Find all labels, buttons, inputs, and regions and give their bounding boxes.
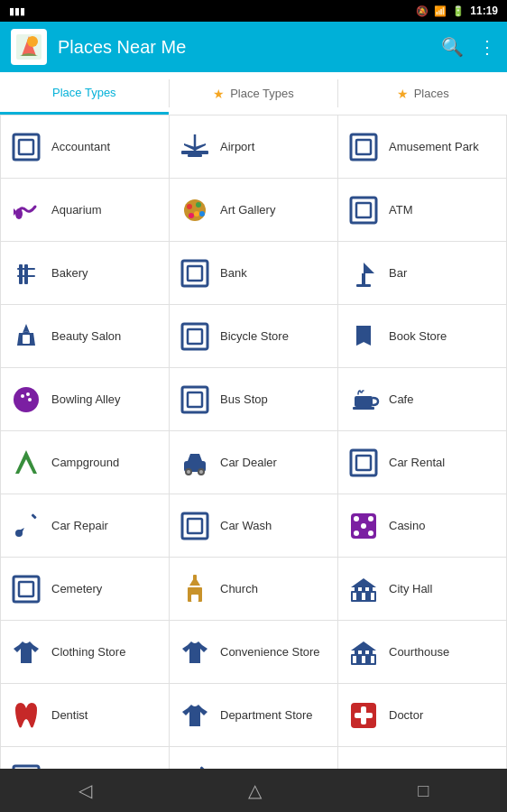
tab-place-types-1[interactable]: Place Types xyxy=(0,72,169,115)
list-item[interactable]: Beauty Salon xyxy=(1,305,170,368)
list-item[interactable]: Car Wash xyxy=(170,494,338,558)
svg-rect-27 xyxy=(356,284,371,287)
place-grid: Accountant Airport Amusement Park Aquari… xyxy=(0,115,507,769)
place-label: Clothing Store xyxy=(51,645,125,660)
list-item[interactable]: Car Repair xyxy=(1,494,170,558)
svg-rect-59 xyxy=(19,582,33,596)
tab-label-2: Place Types xyxy=(230,87,294,100)
tab-bar: Place Types ★ Place Types ★ Places xyxy=(0,72,507,115)
svg-point-11 xyxy=(184,199,206,221)
list-item[interactable]: Car Dealer xyxy=(170,431,338,494)
list-item[interactable]: Bakery xyxy=(1,242,170,305)
list-item[interactable]: Casino xyxy=(338,494,507,558)
svg-rect-21 xyxy=(17,268,35,270)
svg-rect-38 xyxy=(353,407,374,410)
list-item[interactable]: Bus Stop xyxy=(170,368,338,431)
svg-rect-28 xyxy=(23,335,30,344)
more-options-icon[interactable]: ⋮ xyxy=(478,36,496,58)
status-time: 11:19 xyxy=(470,5,498,17)
svg-rect-4 xyxy=(19,140,33,154)
top-bar: Places Near Me 🔍 ⋮ xyxy=(0,22,507,72)
place-label: Cemetery xyxy=(51,582,102,596)
place-label: Casino xyxy=(389,519,425,533)
amusement-park-icon xyxy=(346,129,382,165)
list-item[interactable]: Electronics Store xyxy=(170,747,338,769)
electronics-store-icon xyxy=(177,761,213,770)
tab-label-3: Places xyxy=(414,87,449,100)
back-button[interactable]: ◁ xyxy=(78,780,92,801)
svg-rect-71 xyxy=(371,593,374,600)
list-item[interactable]: ATM xyxy=(338,179,507,242)
svg-rect-51 xyxy=(188,519,202,533)
place-label: Church xyxy=(220,582,258,596)
svg-rect-24 xyxy=(188,266,202,281)
place-label: Cafe xyxy=(389,392,413,407)
svg-rect-49 xyxy=(31,513,36,519)
list-item[interactable]: Cafe xyxy=(338,368,507,431)
list-item[interactable]: Church xyxy=(170,558,338,621)
dentist-icon xyxy=(8,697,44,734)
place-label: Car Rental xyxy=(389,456,445,470)
tab-places[interactable]: ★ Places xyxy=(338,72,507,115)
list-item[interactable]: Bicycle Store xyxy=(170,305,338,368)
list-item[interactable]: Electrician xyxy=(1,747,170,769)
list-item[interactable]: Bowling Alley xyxy=(1,368,170,431)
list-item[interactable]: Bar xyxy=(338,242,507,305)
bar-icon xyxy=(346,255,382,291)
svg-rect-22 xyxy=(17,275,35,277)
place-label: Beauty Salon xyxy=(51,329,121,344)
recents-button[interactable]: □ xyxy=(418,780,429,801)
place-label: Bicycle Store xyxy=(220,329,289,344)
place-label: Bus Stop xyxy=(220,392,268,407)
casino-icon xyxy=(346,508,382,544)
svg-rect-26 xyxy=(362,273,365,284)
list-item[interactable]: Doctor xyxy=(338,684,507,747)
car-wash-icon xyxy=(177,508,213,544)
place-label: Art Gallery xyxy=(220,203,275,217)
signal-icon: ▮▮▮ xyxy=(9,5,25,17)
search-icon[interactable]: 🔍 xyxy=(441,36,464,58)
place-label: Amusement Park xyxy=(389,140,479,154)
bakery-icon xyxy=(8,255,44,291)
place-list: Accountant Airport Amusement Park Aquari… xyxy=(0,115,507,769)
tab-place-types-2[interactable]: ★ Place Types xyxy=(170,72,338,115)
bus-stop-icon xyxy=(177,382,213,418)
list-item[interactable]: Dentist xyxy=(1,684,170,747)
place-label: Dentist xyxy=(51,708,88,723)
list-item[interactable]: Cemetery xyxy=(1,558,170,621)
list-item[interactable]: Campground xyxy=(1,431,170,494)
star-icon-3: ★ xyxy=(397,87,409,101)
beauty-salon-icon xyxy=(8,318,44,355)
home-button[interactable]: △ xyxy=(248,780,262,801)
list-item[interactable]: Clothing Store xyxy=(1,621,170,684)
courthouse-icon xyxy=(346,634,382,670)
list-item[interactable]: Car Rental xyxy=(338,431,507,494)
place-label: Bank xyxy=(220,266,247,281)
svg-rect-20 xyxy=(24,264,28,284)
svg-point-16 xyxy=(194,211,199,217)
list-item[interactable]: City Hall xyxy=(338,558,507,621)
place-label: Bakery xyxy=(51,266,88,281)
svg-rect-29 xyxy=(182,324,207,349)
bicycle-store-icon xyxy=(177,318,213,355)
list-item[interactable]: Airport xyxy=(170,115,338,179)
list-item[interactable]: Convenience Store xyxy=(170,621,338,684)
list-item[interactable]: Department Store xyxy=(170,684,338,747)
list-item[interactable]: Accountant xyxy=(1,115,170,179)
list-item[interactable]: Embassy xyxy=(338,747,507,769)
top-actions: 🔍 ⋮ xyxy=(441,36,496,58)
list-item[interactable]: Book Store xyxy=(338,305,507,368)
doctor-icon xyxy=(346,697,382,734)
svg-rect-70 xyxy=(362,593,365,600)
list-item[interactable]: Aquarium xyxy=(1,179,170,242)
list-item[interactable]: Art Gallery xyxy=(170,179,338,242)
svg-rect-82 xyxy=(355,713,373,718)
place-label: Accountant xyxy=(51,140,110,154)
status-bar: ▮▮▮ 🔕 📶 🔋 11:19 xyxy=(0,0,507,22)
place-label: Campground xyxy=(51,456,119,470)
list-item[interactable]: Amusement Park xyxy=(338,115,507,179)
list-item[interactable]: Bank xyxy=(170,242,338,305)
svg-marker-25 xyxy=(364,263,374,273)
aquarium-icon xyxy=(8,192,44,228)
list-item[interactable]: Courthouse xyxy=(338,621,507,684)
